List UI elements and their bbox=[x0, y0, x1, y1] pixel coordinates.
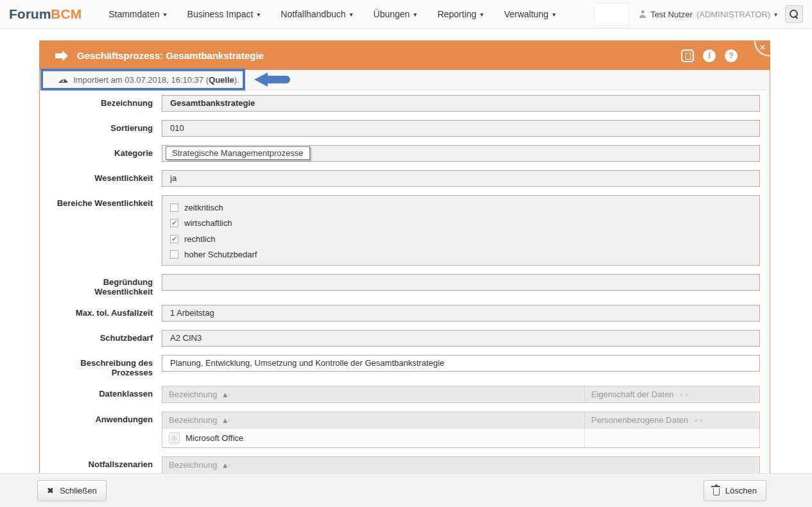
form-row-schutzbedarf: Schutzbedarf A2 CIN3 bbox=[49, 330, 760, 347]
field-label: Kategorie bbox=[49, 145, 162, 162]
panel-header: Geschäftsprozess: Gesamtbankstrategie i … bbox=[40, 41, 770, 70]
column-header-bezeichnung[interactable]: Bezeichnung▲▿ bbox=[162, 412, 585, 428]
field-label: Anwendungen bbox=[49, 411, 162, 448]
app-logo[interactable]: ForumBCM bbox=[9, 6, 82, 22]
application-cell: ◎Microsoft Office bbox=[162, 429, 585, 447]
navbar-image-placeholder bbox=[594, 3, 630, 26]
form-row-kategorie: Kategorie Strategische Managementprozess… bbox=[49, 145, 760, 162]
checkbox-label: wirtschaftlich bbox=[184, 218, 232, 228]
sort-icon: ▲▿ bbox=[223, 462, 231, 468]
delete-button-label: Löschen bbox=[725, 486, 757, 495]
sort-icon: ▲▿ bbox=[223, 391, 231, 398]
menu-label: Business Impact bbox=[187, 9, 254, 19]
main-menu: Stammdaten▾ Business Impact▾ Notfallhand… bbox=[108, 9, 555, 19]
panel-title: Geschäftsprozess: Gesamtbankstrategie bbox=[77, 50, 264, 61]
column-header-bezeichnung[interactable]: Bezeichnung▲▿ bbox=[162, 386, 585, 402]
form-row-anwendungen: Anwendungen Bezeichnung▲▿ Personenbezoge… bbox=[49, 411, 760, 448]
user-role: (ADMINISTRATOR) bbox=[696, 10, 770, 19]
cloud-download-icon: ☁↓ bbox=[58, 74, 68, 85]
checkbox-unchecked[interactable] bbox=[170, 203, 178, 212]
user-icon bbox=[639, 10, 646, 18]
field-label: Bereiche Wesentlichkeit bbox=[49, 195, 162, 266]
field-label: Bezeichnung bbox=[49, 95, 162, 112]
process-detail-panel: Geschäftsprozess: Gesamtbankstrategie i … bbox=[39, 40, 770, 485]
chevron-down-icon: ▾ bbox=[480, 11, 483, 18]
form-row-wesentlichkeit: Wesentlichkeit ja bbox=[49, 170, 760, 187]
checkbox-checked[interactable]: ✔ bbox=[170, 219, 178, 227]
beschreibung-input[interactable]: Planung, Entwicklung, Umsetzung und Kont… bbox=[162, 355, 760, 372]
navbar-right: Test Nutzer (ADMINISTRATOR) ▾ bbox=[594, 3, 803, 26]
chevron-down-icon: ▾ bbox=[774, 11, 777, 18]
menu-label: Stammdaten bbox=[108, 9, 159, 19]
menu-item-uebungen[interactable]: Übungen▾ bbox=[374, 9, 417, 19]
column-header-personenbezogene-daten[interactable]: Personenbezogene Daten∧∨ bbox=[585, 412, 759, 428]
info-icon[interactable]: i bbox=[703, 49, 716, 62]
checkbox-unchecked[interactable] bbox=[170, 250, 178, 259]
field-label: Sortierung bbox=[49, 120, 162, 137]
form-row-beschreibung: Beschreibung des Prozesses Planung, Entw… bbox=[49, 355, 760, 377]
application-icon: ◎ bbox=[169, 433, 180, 443]
menu-item-stammdaten[interactable]: Stammdaten▾ bbox=[108, 9, 166, 19]
logo-part-2: BCM bbox=[51, 6, 82, 21]
form-row-datenklassen: Datenklassen Bezeichnung▲▿ Eigenschaft d… bbox=[49, 386, 760, 403]
bezeichnung-input[interactable]: Gesamtbankstrategie bbox=[162, 95, 760, 112]
menu-item-reporting[interactable]: Reporting▾ bbox=[437, 9, 483, 19]
quelle-link[interactable]: Quelle bbox=[209, 75, 234, 85]
close-button-label: Schließen bbox=[60, 486, 97, 495]
column-header-eigenschaft[interactable]: Eigenschaft der Daten∧∨ bbox=[585, 386, 759, 402]
search-button[interactable] bbox=[785, 5, 803, 23]
sort-icon: ∧∨ bbox=[680, 391, 689, 398]
begruendung-input[interactable] bbox=[162, 274, 760, 291]
search-icon bbox=[790, 10, 799, 19]
menu-label: Notfallhandbuch bbox=[281, 9, 345, 19]
chevron-down-icon: ▾ bbox=[350, 11, 353, 18]
field-label: Beschreibung des Prozesses bbox=[49, 355, 162, 377]
import-notice-text: Importiert am 03.07.2018, 16:10:37 (Quel… bbox=[73, 75, 239, 85]
delete-button[interactable]: Löschen bbox=[704, 480, 766, 501]
process-form: Bezeichnung Gesamtbankstrategie Sortieru… bbox=[40, 90, 770, 484]
form-row-sortierung: Sortierung 010 bbox=[49, 120, 760, 137]
sort-icon: ∧∨ bbox=[694, 417, 704, 424]
close-button[interactable]: ✖ Schließen bbox=[37, 480, 107, 501]
kategorie-field: Strategische Managementprozesse bbox=[162, 145, 760, 162]
menu-label: Reporting bbox=[437, 9, 476, 19]
checkbox-checked[interactable]: ✔ bbox=[170, 235, 178, 243]
checkbox-row: hoher Schutzbedarf bbox=[170, 247, 752, 263]
checkbox-row: ✔wirtschaftlich bbox=[170, 216, 752, 232]
column-header-bezeichnung[interactable]: Bezeichnung▲▿ bbox=[162, 457, 759, 473]
table-header: Bezeichnung▲▿ bbox=[162, 457, 759, 473]
kategorie-chip[interactable]: Strategische Managementprozesse bbox=[166, 146, 310, 160]
application-name: Microsoft Office bbox=[186, 433, 243, 443]
chevron-down-icon: ▾ bbox=[257, 11, 260, 18]
top-navbar: ForumBCM Stammdaten▾ Business Impact▾ No… bbox=[0, 0, 812, 29]
checkbox-label: rechtlich bbox=[184, 234, 215, 244]
form-row-begruendung: Begründung Wesentlichkeit bbox=[49, 274, 760, 296]
pdf-export-icon[interactable] bbox=[681, 49, 694, 62]
anwendungen-table: Bezeichnung▲▿ Personenbezogene Daten∧∨ ◎… bbox=[162, 411, 760, 448]
help-icon[interactable]: ? bbox=[725, 49, 738, 62]
menu-item-verwaltung[interactable]: Verwaltung▾ bbox=[504, 9, 555, 19]
checkbox-label: hoher Schutzbedarf bbox=[184, 250, 257, 259]
checkbox-row: zeitkritisch bbox=[170, 200, 752, 216]
wesentlichkeit-input[interactable]: ja bbox=[162, 170, 760, 187]
menu-item-notfallhandbuch[interactable]: Notfallhandbuch▾ bbox=[281, 9, 352, 19]
logo-part-1: Forum bbox=[9, 6, 51, 21]
field-label: Max. tol. Ausfallzeit bbox=[49, 305, 162, 322]
field-label: Begründung Wesentlichkeit bbox=[49, 274, 162, 296]
ausfallzeit-input[interactable]: 1 Arbeitstag bbox=[162, 305, 760, 322]
panel-close-button[interactable]: ✕ bbox=[754, 41, 770, 56]
bereiche-checkbox-group: zeitkritisch✔wirtschaftlich✔rechtlichhoh… bbox=[162, 195, 760, 266]
sortierung-input[interactable]: 010 bbox=[162, 120, 760, 137]
datenklassen-table: Bezeichnung▲▿ Eigenschaft der Daten∧∨ bbox=[162, 386, 760, 403]
user-name: Test Nutzer bbox=[650, 10, 693, 19]
schutzbedarf-input[interactable]: A2 CIN3 bbox=[162, 330, 760, 347]
trash-icon bbox=[713, 488, 720, 495]
chevron-down-icon: ▾ bbox=[164, 11, 167, 18]
checkbox-row: ✔rechtlich bbox=[170, 231, 752, 247]
menu-item-business-impact[interactable]: Business Impact▾ bbox=[187, 9, 261, 19]
table-header: Bezeichnung▲▿ Personenbezogene Daten∧∨ bbox=[162, 412, 759, 428]
close-x-icon: ✖ bbox=[47, 486, 54, 495]
table-row[interactable]: ◎Microsoft Office bbox=[162, 428, 759, 447]
sort-icon: ▲▿ bbox=[223, 417, 231, 424]
user-menu[interactable]: Test Nutzer (ADMINISTRATOR) ▾ bbox=[639, 10, 777, 19]
